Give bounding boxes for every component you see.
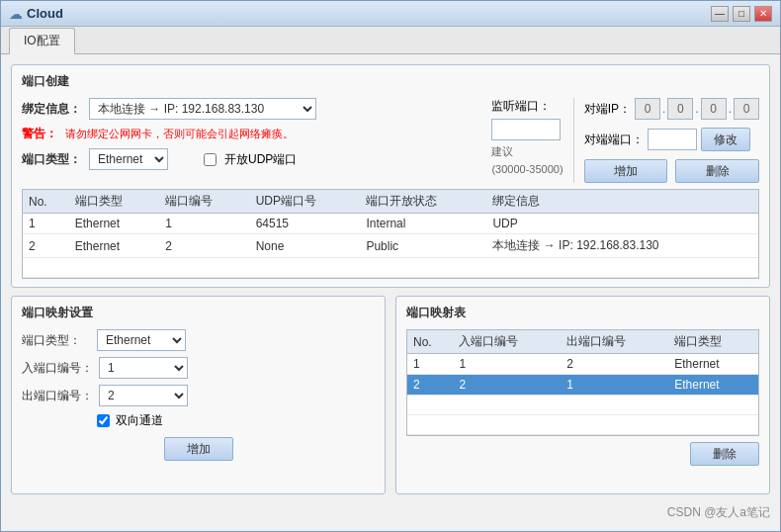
map-cell-out: 1 <box>561 375 668 396</box>
mapping-settings-title: 端口映射设置 <box>22 305 375 321</box>
peer-port-input[interactable]: 0 <box>648 129 697 150</box>
main-content: 端口创建 绑定信息： 本地连接 → IP: 192.168.83.130 警告：… <box>1 54 780 531</box>
mapping-table-title: 端口映射表 <box>406 305 759 321</box>
peer-ip-row: 0 . 0 . 0 . 0 <box>635 98 759 120</box>
cell-num: 1 <box>159 214 249 234</box>
map-col-no: No. <box>407 330 453 354</box>
cell-status: Public <box>360 234 486 258</box>
suggestion-range: (30000-35000) <box>491 163 563 175</box>
binding-label: 绑定信息： <box>22 101 81 118</box>
mapping-table-row-selected[interactable]: 2 2 1 Ethernet <box>407 375 758 396</box>
watermark: CSDN @友人a笔记 <box>667 505 770 519</box>
cell-type: Ethernet <box>69 214 159 234</box>
cell-binding: 本地连接 → IP: 192.168.83.130 <box>486 234 758 258</box>
delete-port-button[interactable]: 删除 <box>675 159 759 183</box>
peer-ip-3: 0 <box>734 98 759 120</box>
map-cell-out: 2 <box>561 354 668 375</box>
table-row-empty <box>23 258 758 278</box>
udp-checkbox-label: 开放UDP端口 <box>224 151 297 168</box>
port-type-select[interactable]: Ethernet <box>89 148 168 170</box>
mapping-row-empty2 <box>407 415 758 435</box>
map-cell-type: Ethernet <box>668 375 758 396</box>
port-creation-title: 端口创建 <box>22 73 759 90</box>
table-row[interactable]: 1 Ethernet 1 64515 Internal UDP <box>23 214 758 234</box>
peer-ip-2: 0 <box>701 98 727 120</box>
mapping-delete-button[interactable]: 删除 <box>690 442 759 466</box>
peer-col: 对端IP： 0 . 0 . 0 . 0 对端端口： 0 <box>573 98 759 183</box>
mapping-table: No. 入端口编号 出端口编号 端口类型 1 1 2 Ether <box>407 330 758 435</box>
mapping-table-row[interactable]: 1 1 2 Ethernet <box>407 354 758 375</box>
map-col-in: 入端口编号 <box>453 330 561 354</box>
cell-udp: 64515 <box>250 214 361 234</box>
col-status: 端口开放状态 <box>360 190 486 214</box>
port-type-label: 端口类型： <box>22 151 81 168</box>
bidirectional-checkbox[interactable] <box>97 414 110 427</box>
window-icon: ☁ <box>9 6 23 22</box>
port-mapping-table-section: 端口映射表 No. 入端口编号 出端口编号 端口类型 <box>395 296 770 494</box>
peer-ip-0: 0 <box>635 98 660 120</box>
title-bar: ☁ Cloud — □ ✕ <box>1 1 780 27</box>
col-num: 端口编号 <box>159 190 249 214</box>
map-in-port-row: 入端口编号： 1 <box>22 357 375 379</box>
map-out-port-row: 出端口编号： 2 <box>22 385 375 406</box>
udp-checkbox[interactable] <box>204 153 217 166</box>
map-out-port-label: 出端口编号： <box>22 388 93 404</box>
peer-port-label: 对端端口： <box>584 132 644 148</box>
map-col-type: 端口类型 <box>668 330 758 354</box>
map-cell-type: Ethernet <box>668 354 758 375</box>
map-port-type-select[interactable]: Ethernet <box>97 329 186 351</box>
tab-io-config[interactable]: IO配置 <box>9 28 75 54</box>
cell-no: 1 <box>23 214 69 234</box>
tab-bar: IO配置 <box>1 27 780 54</box>
main-window: ☁ Cloud — □ ✕ IO配置 端口创建 绑定信息： 本地连接 → IP:… <box>0 0 781 532</box>
map-port-type-row: 端口类型： Ethernet <box>22 329 375 351</box>
window-controls: — □ ✕ <box>711 6 772 22</box>
cell-type: Ethernet <box>69 234 159 258</box>
monitor-col: 监听端口： 30000 建议 (30000-35000) <box>491 98 563 183</box>
cell-binding: UDP <box>486 214 758 234</box>
mapping-row-empty <box>407 396 758 415</box>
map-cell-no: 2 <box>407 375 453 396</box>
map-cell-in: 1 <box>453 354 561 375</box>
map-cell-in: 2 <box>453 375 561 396</box>
cell-status: Internal <box>360 214 486 234</box>
bidirectional-label: 双向通道 <box>116 412 163 429</box>
cell-no: 2 <box>23 234 69 258</box>
monitor-port-label: 监听端口： <box>491 98 551 115</box>
peer-ip-1: 0 <box>667 98 693 120</box>
suggestion-label: 建议 <box>491 144 563 159</box>
cell-num: 2 <box>159 234 249 258</box>
port-mapping-settings-section: 端口映射设置 端口类型： Ethernet 入端口编号： 1 出端口编号： <box>11 296 386 494</box>
table-row[interactable]: 2 Ethernet 2 None Public 本地连接 → IP: 192.… <box>23 234 758 258</box>
map-in-port-select[interactable]: 1 <box>99 357 188 379</box>
mapping-add-button[interactable]: 增加 <box>164 437 233 461</box>
bidirectional-row: 双向通道 <box>97 412 375 429</box>
add-delete-row: 增加 删除 <box>584 159 759 183</box>
peer-ip-label: 对端IP： <box>584 101 631 118</box>
warning-prefix: 警告： <box>22 126 57 142</box>
map-col-out: 出端口编号 <box>561 330 668 354</box>
map-port-type-label: 端口类型： <box>22 332 91 349</box>
warning-text: 请勿绑定公网网卡，否则可能会引起网络瘫痪。 <box>65 127 294 141</box>
window-title: Cloud <box>27 6 711 21</box>
port-table: No. 端口类型 端口编号 UDP端口号 端口开放状态 绑定信息 1 Ether… <box>23 190 758 278</box>
col-binding: 绑定信息 <box>486 190 758 214</box>
monitor-port-input[interactable]: 30000 <box>491 119 561 140</box>
binding-select[interactable]: 本地连接 → IP: 192.168.83.130 <box>89 98 316 120</box>
map-in-port-label: 入端口编号： <box>22 360 93 377</box>
maximize-button[interactable]: □ <box>733 6 750 22</box>
minimize-button[interactable]: — <box>711 6 729 22</box>
modify-button[interactable]: 修改 <box>701 128 750 151</box>
cell-udp: None <box>250 234 361 258</box>
map-cell-no: 1 <box>407 354 453 375</box>
col-udp: UDP端口号 <box>250 190 361 214</box>
port-table-container: No. 端口类型 端口编号 UDP端口号 端口开放状态 绑定信息 1 Ether… <box>22 189 759 279</box>
port-creation-section: 端口创建 绑定信息： 本地连接 → IP: 192.168.83.130 警告：… <box>11 64 770 288</box>
col-no: No. <box>23 190 69 214</box>
close-button[interactable]: ✕ <box>754 6 772 22</box>
col-type: 端口类型 <box>69 190 159 214</box>
map-out-port-select[interactable]: 2 <box>99 385 188 406</box>
bottom-sections: 端口映射设置 端口类型： Ethernet 入端口编号： 1 出端口编号： <box>11 296 770 494</box>
add-port-button[interactable]: 增加 <box>584 159 668 183</box>
mapping-table-container: No. 入端口编号 出端口编号 端口类型 1 1 2 Ether <box>406 329 759 436</box>
